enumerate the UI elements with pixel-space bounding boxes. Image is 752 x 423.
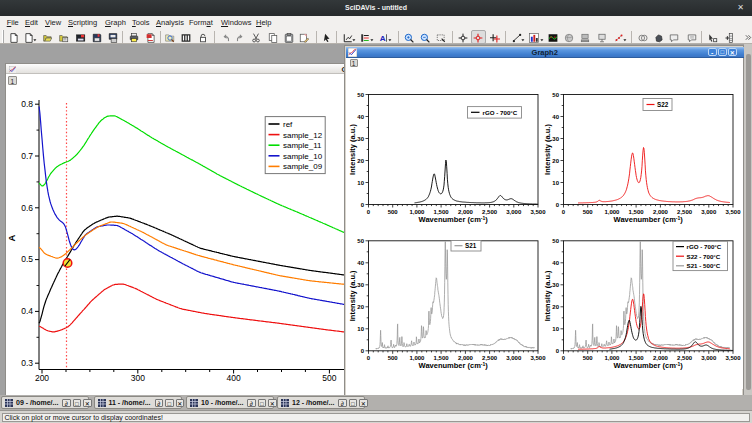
- svg-text:3,000: 3,000: [701, 209, 717, 215]
- svg-text:3,500: 3,500: [725, 209, 741, 215]
- svg-text:S22: S22: [657, 101, 669, 108]
- svg-text:20: 20: [357, 304, 364, 310]
- svg-text:Wavenumber (cm-1): Wavenumber (cm-1): [419, 214, 489, 224]
- svg-text:40: 40: [552, 113, 559, 119]
- svg-text:Intensity (a.u.): Intensity (a.u.): [543, 123, 552, 174]
- svg-text:Intensity (a.u.): Intensity (a.u.): [348, 123, 357, 174]
- svg-text:rGO - 700°C: rGO - 700°C: [687, 243, 722, 250]
- svg-text:50: 50: [552, 238, 559, 244]
- svg-text:S22 - 700°C: S22 - 700°C: [687, 252, 721, 259]
- svg-text:3,500: 3,500: [530, 209, 546, 215]
- svg-text:10: 10: [552, 179, 559, 185]
- svg-text:S21: S21: [465, 242, 477, 249]
- svg-text:50: 50: [357, 91, 364, 97]
- svg-text:300: 300: [130, 373, 144, 383]
- svg-text:500: 500: [388, 355, 399, 361]
- svg-text:3,000: 3,000: [506, 355, 522, 361]
- svg-text:Wavenumber (cm-1): Wavenumber (cm-1): [614, 360, 684, 370]
- svg-text:sample_10: sample_10: [283, 152, 323, 161]
- svg-text:30: 30: [552, 282, 559, 288]
- svg-text:30: 30: [552, 135, 559, 141]
- svg-text:40: 40: [357, 113, 364, 119]
- svg-text:30: 30: [357, 282, 364, 288]
- svg-text:10: 10: [357, 326, 364, 332]
- svg-text:50: 50: [552, 91, 559, 97]
- svg-text:3,000: 3,000: [701, 355, 717, 361]
- svg-text:sample_12: sample_12: [283, 131, 323, 140]
- svg-text:Intensity (a.u.): Intensity (a.u.): [348, 269, 357, 320]
- svg-text:10: 10: [357, 179, 364, 185]
- svg-text:3,500: 3,500: [725, 355, 741, 361]
- svg-text:sample_09: sample_09: [283, 162, 323, 171]
- svg-text:ref: ref: [283, 120, 293, 129]
- svg-text:0.5: 0.5: [21, 254, 33, 264]
- svg-text:A: A: [379, 34, 385, 43]
- svg-text:20: 20: [552, 304, 559, 310]
- svg-text:3,500: 3,500: [530, 355, 546, 361]
- svg-text:A: A: [6, 234, 17, 241]
- svg-text:20: 20: [357, 157, 364, 163]
- svg-text:50: 50: [357, 238, 364, 244]
- svg-text:S21 - 500°C: S21 - 500°C: [687, 262, 721, 269]
- svg-text:Intensity (a.u.): Intensity (a.u.): [543, 269, 552, 320]
- svg-text:500: 500: [388, 209, 399, 215]
- svg-text:500: 500: [583, 209, 594, 215]
- svg-text:400: 400: [226, 373, 240, 383]
- svg-text:40: 40: [357, 260, 364, 266]
- svg-text:Wavenumber (cm-1): Wavenumber (cm-1): [419, 360, 489, 370]
- svg-text:Wavenumber (cm-1): Wavenumber (cm-1): [614, 214, 684, 224]
- svg-text:3,000: 3,000: [506, 209, 522, 215]
- svg-text:200: 200: [34, 373, 48, 383]
- svg-text:20: 20: [552, 157, 559, 163]
- svg-text:500: 500: [322, 373, 336, 383]
- svg-text:0.8: 0.8: [21, 99, 33, 109]
- svg-text:0.7: 0.7: [21, 151, 33, 161]
- svg-text:0.4: 0.4: [21, 306, 33, 316]
- svg-text:sample_11: sample_11: [283, 141, 322, 150]
- svg-text:rGO - 700°C: rGO - 700°C: [483, 108, 518, 115]
- svg-text:0.6: 0.6: [21, 203, 33, 213]
- svg-text:0.3: 0.3: [21, 358, 33, 368]
- svg-text:40: 40: [552, 260, 559, 266]
- svg-text:500: 500: [583, 355, 594, 361]
- svg-text:10: 10: [552, 326, 559, 332]
- svg-text:30: 30: [357, 135, 364, 141]
